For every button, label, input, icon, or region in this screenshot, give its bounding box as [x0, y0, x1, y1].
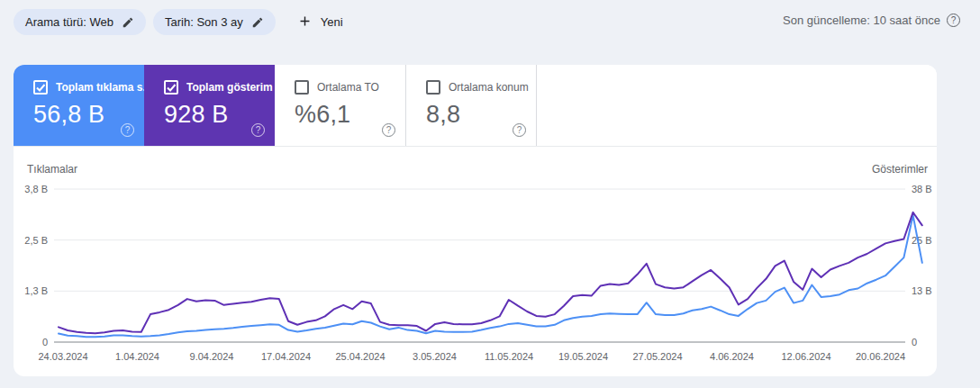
- metric-tiles-row: Toplam tıklama s... 56,8 B ? Toplam göst…: [14, 65, 937, 147]
- filter-bar: Arama türü: Web Tarih: Son 3 ay Yeni: [14, 9, 350, 35]
- x-tick-date: 24.03.2024: [38, 351, 87, 362]
- help-icon[interactable]: ?: [382, 123, 395, 137]
- help-icon[interactable]: ?: [513, 123, 526, 137]
- edit-pencil-icon[interactable]: [122, 16, 134, 29]
- x-tick-date: 12.06.2024: [781, 351, 830, 362]
- x-tick-date: 9.04.2024: [190, 351, 234, 362]
- x-tick-date: 4.06.2024: [710, 351, 754, 362]
- help-icon[interactable]: ?: [947, 14, 960, 27]
- average-ctr-label: Ortalama TO: [317, 81, 379, 94]
- y-tick-left: 0: [42, 337, 48, 347]
- search-type-chip-label: Arama türü: Web: [25, 15, 113, 29]
- y-tick-right: 38 B: [912, 184, 932, 194]
- right-axis-title: Gösterimler: [872, 163, 928, 176]
- y-tick-left: 3,8 B: [24, 184, 48, 194]
- series-line-clicks[interactable]: [59, 215, 922, 337]
- total-clicks-label: Toplam tıklama s...: [56, 81, 151, 94]
- checkbox-total-impressions[interactable]: [164, 80, 178, 95]
- left-axis-title: Tıklamalar: [27, 163, 77, 176]
- last-update-status: Son güncelleme: 10 saat önce ?: [783, 14, 960, 27]
- average-position-label: Ortalama konum: [449, 81, 529, 94]
- total-impressions-tile[interactable]: Toplam gösterim ... 928 B ?: [144, 65, 275, 146]
- x-tick-date: 1.04.2024: [115, 351, 159, 362]
- y-tick-right: 13 B: [912, 285, 932, 296]
- average-position-tile[interactable]: Ortalama konum 8,8 ?: [405, 65, 536, 146]
- checkbox-average-position[interactable]: [426, 80, 440, 95]
- total-clicks-tile[interactable]: Toplam tıklama s... 56,8 B ?: [14, 65, 144, 146]
- metric-tiles-filler: [536, 65, 937, 146]
- y-tick-left: 2,5 B: [24, 235, 48, 246]
- plus-icon: [297, 14, 313, 32]
- performance-card: Toplam tıklama s... 56,8 B ? Toplam göst…: [14, 65, 937, 376]
- new-filter-label: Yeni: [321, 15, 343, 29]
- x-tick-date: 25.04.2024: [335, 351, 385, 362]
- checkbox-average-ctr[interactable]: [295, 80, 309, 95]
- average-ctr-tile[interactable]: Ortalama TO %6,1 ?: [275, 65, 405, 146]
- help-icon[interactable]: ?: [121, 123, 134, 137]
- checkbox-total-clicks[interactable]: [33, 80, 48, 95]
- series-line-impressions[interactable]: [59, 212, 922, 333]
- total-impressions-label: Toplam gösterim ...: [186, 81, 285, 94]
- y-tick-right: 25 B: [912, 235, 932, 246]
- performance-chart[interactable]: 3,8 B38 B2,5 B25 B1,3 B13 B00TıklamalarG…: [14, 160, 937, 376]
- date-range-chip[interactable]: Tarih: Son 3 ay: [153, 9, 276, 35]
- y-tick-left: 1,3 B: [24, 285, 48, 296]
- x-tick-date: 19.05.2024: [558, 351, 608, 362]
- last-update-text: Son güncelleme: 10 saat önce: [783, 14, 940, 27]
- date-range-chip-label: Tarih: Son 3 ay: [165, 15, 243, 29]
- x-tick-date: 20.06.2024: [856, 351, 905, 362]
- x-tick-date: 11.05.2024: [485, 351, 533, 362]
- x-tick-date: 17.04.2024: [261, 351, 311, 362]
- help-icon[interactable]: ?: [251, 123, 265, 137]
- y-tick-right: 0: [912, 337, 917, 347]
- x-tick-date: 3.05.2024: [413, 351, 457, 362]
- search-type-chip[interactable]: Arama türü: Web: [14, 9, 146, 35]
- x-tick-date: 27.05.2024: [632, 351, 682, 362]
- edit-pencil-icon[interactable]: [251, 16, 264, 29]
- new-filter-button[interactable]: Yeni: [290, 10, 350, 35]
